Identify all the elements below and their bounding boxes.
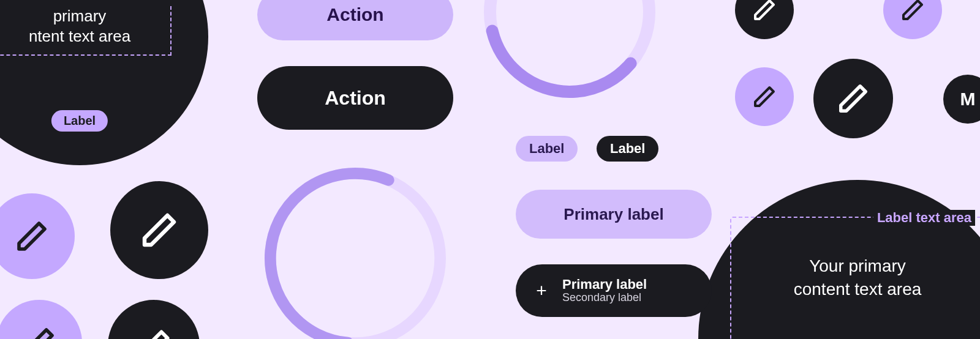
pencil-icon <box>22 326 56 339</box>
svg-point-0 <box>490 0 649 92</box>
chip-label[interactable]: Label <box>51 110 108 132</box>
primary-secondary-button[interactable]: + Primary label Secondary label <box>516 264 712 317</box>
progress-indicator-2 <box>257 160 453 339</box>
fab-dark-large[interactable] <box>813 59 893 138</box>
fab-dark-1[interactable] <box>735 0 794 39</box>
fab-tonal-1[interactable] <box>883 0 942 39</box>
action-button-filled[interactable]: Action <box>257 66 453 130</box>
chip-tonal[interactable]: Label <box>516 136 578 162</box>
watch-face-top-left: primary ntent text area Label <box>0 0 208 165</box>
content-text-line1: primary <box>0 6 163 26</box>
content-line2: content text area <box>740 278 975 301</box>
pencil-icon <box>752 84 777 109</box>
fab-dark-2[interactable] <box>110 181 208 279</box>
primary-label-button[interactable]: Primary label <box>516 190 712 239</box>
primary-content-text: Your primary content text area <box>740 234 975 301</box>
label-text-area-header: Label text area <box>873 210 975 226</box>
chip-filled[interactable]: Label <box>597 136 658 162</box>
button-label: Primary label <box>564 205 663 224</box>
more-label: M <box>960 89 976 110</box>
plus-icon: + <box>532 280 551 301</box>
primary-label: Primary label <box>562 277 647 292</box>
pencil-icon <box>752 0 777 22</box>
content-text-line2: ntent text area <box>0 26 163 47</box>
pencil-icon <box>140 210 179 250</box>
fab-tonal-2[interactable] <box>735 67 794 126</box>
progress-indicator-1 <box>478 0 662 104</box>
fab-more[interactable]: M <box>943 75 980 124</box>
fab-dark-3[interactable] <box>108 300 200 339</box>
watch-face-bottom-right: Label text area Your primary content tex… <box>698 180 980 339</box>
action-button-tonal[interactable]: Action <box>257 0 453 40</box>
secondary-label: Secondary label <box>562 292 641 304</box>
button-label: Action <box>325 87 386 110</box>
pencil-icon <box>135 327 172 339</box>
label-text-area-frame: Label text area Your primary content tex… <box>730 217 980 339</box>
pencil-icon <box>900 0 925 22</box>
pencil-icon <box>837 82 870 115</box>
pencil-icon <box>15 219 49 253</box>
fab-tonal-4[interactable] <box>0 300 82 339</box>
button-label: Action <box>326 4 383 25</box>
content-line1: Your primary <box>740 255 975 278</box>
button-labels: Primary label Secondary label <box>562 277 647 304</box>
content-text-area: primary ntent text area <box>0 6 172 56</box>
fab-tonal-3[interactable] <box>0 193 75 279</box>
